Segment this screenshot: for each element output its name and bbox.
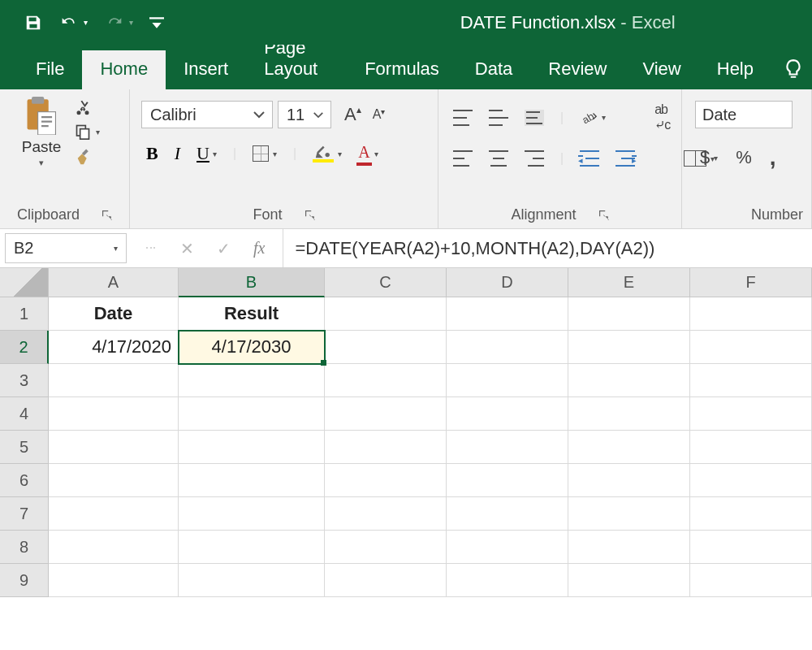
accept-formula-button[interactable]: ✓ — [217, 239, 231, 258]
wrap-text-button[interactable]: ab⤶c — [654, 102, 670, 132]
clipboard-dialog-launcher-icon[interactable] — [102, 210, 112, 220]
cell-e4[interactable] — [568, 397, 690, 431]
cell-a5[interactable] — [49, 431, 179, 464]
align-middle-button[interactable] — [489, 110, 508, 126]
save-icon[interactable] — [24, 14, 42, 32]
decrease-font-size-button[interactable]: A▾ — [373, 107, 386, 122]
row-header-8[interactable]: 8 — [0, 531, 49, 564]
cell-b9[interactable] — [179, 564, 325, 597]
increase-font-size-button[interactable]: A▴ — [344, 104, 361, 125]
align-top-button[interactable] — [453, 110, 473, 126]
cell-a3[interactable] — [49, 364, 179, 397]
redo-button[interactable]: ▾ — [104, 15, 133, 31]
tab-help[interactable]: Help — [699, 50, 771, 89]
row-header-1[interactable]: 1 — [0, 297, 49, 331]
row-header-3[interactable]: 3 — [0, 364, 49, 397]
cell-a7[interactable] — [49, 497, 179, 531]
col-header-a[interactable]: A — [49, 268, 179, 297]
formula-bar-drag-icon[interactable]: ⋮ — [145, 242, 158, 254]
cell-c8[interactable] — [325, 531, 447, 564]
cell-c1[interactable] — [325, 297, 447, 331]
cell-e7[interactable] — [568, 497, 690, 531]
align-center-button[interactable] — [489, 150, 508, 167]
cancel-formula-button[interactable]: ✕ — [180, 239, 194, 258]
cell-d2[interactable] — [447, 331, 568, 364]
cell-a6[interactable] — [49, 464, 179, 497]
cut-button[interactable] — [75, 99, 100, 115]
cell-e8[interactable] — [568, 531, 690, 564]
cell-e1[interactable] — [568, 297, 690, 331]
orientation-button[interactable]: ab ▾ — [580, 109, 606, 127]
font-name-combo[interactable]: Calibri — [141, 101, 273, 128]
cell-a1[interactable]: Date — [49, 297, 179, 331]
cell-d8[interactable] — [447, 531, 568, 564]
col-header-c[interactable]: C — [325, 268, 447, 297]
tell-me-icon[interactable] — [771, 50, 812, 89]
cell-c7[interactable] — [325, 497, 447, 531]
undo-button[interactable]: ▾ — [58, 15, 88, 31]
comma-format-button[interactable]: , — [770, 145, 776, 171]
font-size-combo[interactable]: 11 — [278, 101, 331, 128]
border-button[interactable]: ▾ — [253, 145, 277, 162]
tab-view[interactable]: View — [624, 50, 698, 89]
cell-b5[interactable] — [179, 431, 325, 464]
cell-d7[interactable] — [447, 497, 568, 531]
cell-f5[interactable] — [690, 431, 812, 464]
cell-b4[interactable] — [179, 397, 325, 431]
row-header-6[interactable]: 6 — [0, 464, 49, 497]
paste-dropdown-icon[interactable]: ▾ — [39, 158, 44, 168]
cell-d1[interactable] — [447, 297, 568, 331]
cell-d5[interactable] — [447, 431, 568, 464]
increase-indent-button[interactable]: ▸ — [615, 150, 635, 167]
align-bottom-button[interactable] — [525, 110, 544, 126]
alignment-dialog-launcher-icon[interactable] — [599, 210, 609, 220]
cell-b2[interactable]: 4/17/2030 — [179, 331, 325, 364]
cell-f2[interactable] — [690, 331, 812, 364]
row-header-9[interactable]: 9 — [0, 564, 49, 597]
cell-a8[interactable] — [49, 531, 179, 564]
cell-c9[interactable] — [325, 564, 447, 597]
fill-color-button[interactable]: ▾ — [313, 145, 342, 162]
italic-button[interactable]: I — [175, 143, 180, 164]
number-format-combo[interactable]: Date — [695, 101, 793, 128]
cell-c2[interactable] — [325, 331, 447, 364]
cell-e2[interactable] — [568, 331, 690, 364]
name-box[interactable]: B2 ▾ — [5, 233, 127, 263]
cell-f1[interactable] — [690, 297, 812, 331]
tab-formulas[interactable]: Formulas — [347, 50, 457, 89]
cell-d4[interactable] — [447, 397, 568, 431]
tab-insert[interactable]: Insert — [166, 50, 246, 89]
col-header-e[interactable]: E — [568, 268, 690, 297]
cell-c4[interactable] — [325, 397, 447, 431]
cell-a4[interactable] — [49, 397, 179, 431]
copy-button[interactable]: ▾ — [75, 124, 100, 140]
cell-a2[interactable]: 4/17/2020 — [49, 331, 179, 364]
col-header-f[interactable]: F — [690, 268, 812, 297]
underline-button[interactable]: U▾ — [197, 143, 217, 164]
tab-review[interactable]: Review — [530, 50, 624, 89]
select-all-corner[interactable] — [0, 268, 49, 297]
cell-d3[interactable] — [447, 364, 568, 397]
cell-c5[interactable] — [325, 431, 447, 464]
row-header-2[interactable]: 2 — [0, 331, 49, 364]
format-painter-button[interactable] — [75, 148, 100, 166]
cell-f9[interactable] — [690, 564, 812, 597]
tab-home[interactable]: Home — [82, 50, 166, 89]
cell-b3[interactable] — [179, 364, 325, 397]
tab-data[interactable]: Data — [457, 50, 530, 89]
name-box-dropdown-icon[interactable]: ▾ — [114, 244, 118, 253]
row-header-4[interactable]: 4 — [0, 397, 49, 431]
decrease-indent-button[interactable]: ◂ — [580, 150, 599, 167]
cell-e9[interactable] — [568, 564, 690, 597]
cell-b8[interactable] — [179, 531, 325, 564]
row-header-7[interactable]: 7 — [0, 497, 49, 531]
cell-e5[interactable] — [568, 431, 690, 464]
cell-d6[interactable] — [447, 464, 568, 497]
align-left-button[interactable] — [453, 150, 473, 167]
cell-f6[interactable] — [690, 464, 812, 497]
cell-c6[interactable] — [325, 464, 447, 497]
cell-b1[interactable]: Result — [179, 297, 325, 331]
col-header-b[interactable]: B — [179, 268, 325, 297]
cell-b7[interactable] — [179, 497, 325, 531]
spreadsheet-grid[interactable]: A B C D E F 1 Date Result 2 4/17/2020 4/… — [0, 268, 812, 597]
